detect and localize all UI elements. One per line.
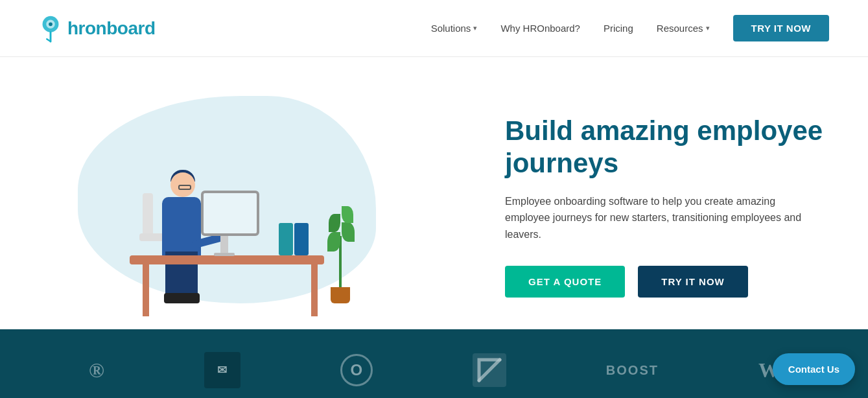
binder-1: [279, 223, 293, 255]
chevron-down-icon: ▾: [473, 24, 477, 32]
plant-pot: [331, 287, 350, 303]
brand-logo-r: ®: [89, 358, 104, 382]
get-a-quote-button[interactable]: GET A QUOTE: [505, 266, 625, 298]
logo-link[interactable]: hronboard: [39, 14, 156, 43]
nav-links: Solutions ▾ Why HROnboard? Pricing Resou…: [431, 15, 829, 41]
nav-link-solutions[interactable]: Solutions ▾: [431, 23, 478, 34]
contact-us-button[interactable]: Contact Us: [773, 353, 855, 385]
desk-leg-right: [311, 264, 318, 316]
nav-link-resources[interactable]: Resources ▾: [657, 23, 710, 34]
desk-scene: [78, 109, 363, 316]
brand-logo-arrow: [473, 353, 506, 387]
nav-cta-button[interactable]: TRY IT NOW: [733, 15, 830, 41]
brand-logo-email: ✉: [204, 352, 240, 388]
plant-leaf-2: [342, 222, 355, 242]
nav-item-solutions[interactable]: Solutions ▾: [431, 23, 478, 34]
arrow-svg: [473, 353, 506, 387]
nav-link-why[interactable]: Why HROnboard?: [500, 23, 580, 34]
hero-content: Build amazing employee journeys Employee…: [492, 115, 829, 298]
hero-title: Build amazing employee journeys: [505, 115, 829, 180]
brand-logo-vodafone: O: [340, 354, 373, 386]
desk-leg-left: [143, 264, 149, 316]
footer-band: ® ✉ O BOOST W: [0, 329, 868, 398]
plant-leaf-3: [329, 214, 340, 232]
try-it-now-button[interactable]: TRY IT NOW: [638, 266, 748, 298]
nav-item-resources[interactable]: Resources ▾: [657, 23, 710, 34]
logo-icon: [39, 14, 62, 43]
desk-top: [130, 255, 324, 264]
plant-leaf-4: [342, 206, 353, 223]
monitor-screen: [201, 191, 259, 236]
nav-item-why[interactable]: Why HROnboard?: [500, 23, 580, 34]
brand-logo-boost: BOOST: [606, 363, 659, 378]
logo-text: hronboard: [67, 18, 156, 39]
person-glasses: [178, 185, 191, 190]
chair-back: [143, 193, 153, 239]
monitor-base: [214, 253, 235, 256]
hero-subtitle: Employee onboarding software to help you…: [505, 193, 816, 243]
nav-cta-item[interactable]: TRY IT NOW: [733, 15, 830, 41]
chevron-down-icon-resources: ▾: [706, 24, 710, 32]
hero-buttons: GET A QUOTE TRY IT NOW: [505, 266, 829, 298]
hero-illustration: [39, 83, 415, 329]
nav-link-pricing[interactable]: Pricing: [604, 23, 633, 34]
svg-point-2: [49, 22, 53, 26]
nav-item-pricing[interactable]: Pricing: [604, 23, 633, 34]
person-shoes: [164, 293, 200, 303]
binder-2: [294, 223, 309, 255]
plant-leaf-1: [327, 232, 340, 252]
navbar: hronboard Solutions ▾ Why HROnboard? Pri…: [0, 0, 868, 57]
hero-section: Build amazing employee journeys Employee…: [0, 57, 868, 329]
